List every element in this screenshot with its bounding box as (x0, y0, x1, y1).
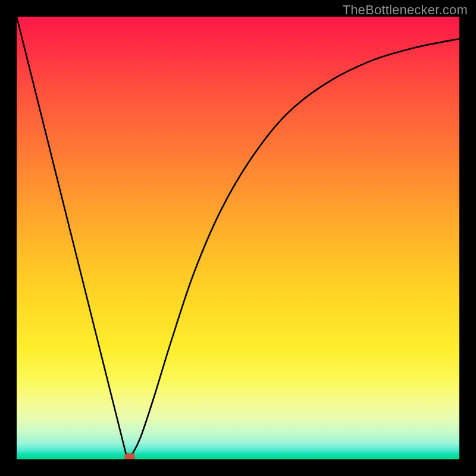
optimum-marker-icon (124, 453, 135, 460)
bottleneck-curve (17, 17, 459, 459)
curve-layer (17, 17, 459, 459)
plot-area (17, 17, 459, 459)
chart-frame: TheBottlenecker.com (0, 0, 476, 476)
attribution-label: TheBottlenecker.com (343, 2, 468, 18)
